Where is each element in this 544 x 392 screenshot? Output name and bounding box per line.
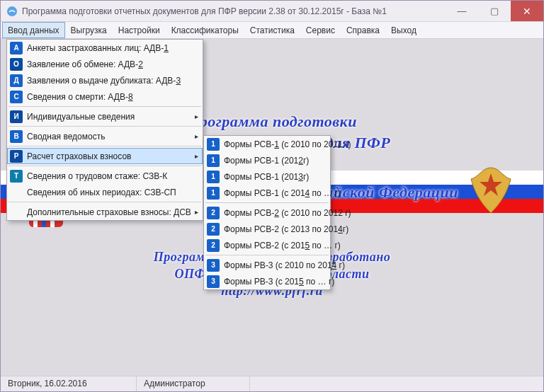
menu-item[interactable]: ССведения о смерти: АДВ-8 bbox=[7, 88, 203, 105]
menu-separator bbox=[205, 255, 329, 255]
menu-item-label: Заявления о выдаче дубликата: АДВ-3 bbox=[27, 76, 190, 86]
menu-item-icon: 1 bbox=[207, 138, 220, 151]
maximize-button[interactable]: ▢ bbox=[478, 1, 511, 21]
window-controls: — ▢ ✕ bbox=[446, 1, 543, 21]
submenu-item[interactable]: 3Формы РВ-3 (с 2015 по … г) bbox=[204, 273, 330, 289]
submenu-item[interactable]: 1Формы РСВ-1 (2013г) bbox=[204, 168, 330, 185]
menu-separator bbox=[8, 146, 201, 146]
menu-item-label: Формы РСВ-2 (с 2013 по 2014г) bbox=[224, 224, 348, 234]
menu-item-label: Индивидуальные сведения bbox=[27, 112, 190, 122]
menu-item-label: Сведения об иных периодах: СЗВ-СП bbox=[27, 188, 190, 197]
menu-item-icon: 3 bbox=[207, 275, 220, 288]
menu-item[interactable]: ИИндивидуальные сведения▸ bbox=[7, 108, 203, 125]
submenu-arrow-icon: ▸ bbox=[195, 208, 198, 216]
status-date: Вторник, 16.02.2016 bbox=[1, 376, 137, 391]
menu-статистика[interactable]: Статистика bbox=[244, 22, 300, 38]
menu-item-icon bbox=[10, 206, 23, 219]
menu-item-label: Дополнительные страховые взносы: ДСВ bbox=[27, 207, 191, 217]
menu-item-label: Заявление об обмене: АДВ-2 bbox=[27, 59, 190, 69]
menu-item-icon: И bbox=[10, 110, 23, 123]
close-button[interactable]: ✕ bbox=[511, 1, 543, 21]
menu-item-icon: А bbox=[10, 42, 23, 54]
menu-item-label: Сводная ведомость bbox=[27, 132, 190, 142]
submenu-item[interactable]: 1Формы РСВ-1 (с 2014 по … г) bbox=[204, 185, 330, 201]
menu-item-label: Сведения о смерти: АДВ-8 bbox=[27, 92, 190, 102]
menu-item[interactable]: Сведения об иных периодах: СЗВ-СП bbox=[7, 184, 203, 200]
menu-item-label: Формы РСВ-1 (2012г) bbox=[224, 156, 317, 166]
menu-item-label: Расчет страховых взносов bbox=[27, 151, 190, 161]
menu-item-icon: 1 bbox=[207, 154, 220, 167]
menubar: Ввод данныхВыгрузкаНастройкиКлассификато… bbox=[1, 22, 543, 39]
menu-separator bbox=[8, 202, 201, 202]
submenu-arrow-icon: ▸ bbox=[195, 132, 198, 140]
menu-item-icon: Т bbox=[10, 170, 23, 183]
menu-separator bbox=[8, 166, 201, 166]
client-area: Программа подготовки отчетных документов… bbox=[1, 39, 543, 376]
menu-item-icon: 2 bbox=[207, 223, 220, 236]
submenu-item[interactable]: 2Формы РСВ-2 (с 2010 по 2012 г) bbox=[204, 204, 330, 221]
menu-выгрузка[interactable]: Выгрузка bbox=[65, 22, 113, 38]
status-empty bbox=[250, 376, 543, 391]
menu-item-icon: Р bbox=[10, 150, 23, 163]
menu-item-label: Формы РСВ-1 (2013г) bbox=[224, 172, 317, 182]
submenu-item[interactable]: 2Формы РСВ-2 (с 2013 по 2014г) bbox=[204, 221, 330, 237]
menu-item-label: Формы РВ-3 (с 2015 по … г) bbox=[224, 277, 334, 287]
menu-item-label: Формы РСВ-2 (с 2015 по … г) bbox=[224, 241, 341, 250]
menu-ввод-данных[interactable]: Ввод данных bbox=[2, 22, 65, 38]
menu-item-icon: Д bbox=[10, 74, 23, 87]
submenu-item[interactable]: 3Формы РВ-3 (с 2010 по 2014 г) bbox=[204, 257, 330, 273]
svg-point-0 bbox=[7, 6, 17, 16]
menu-separator bbox=[8, 126, 201, 127]
menu-item-icon: 1 bbox=[207, 171, 220, 183]
statusbar: Вторник, 16.02.2016 Администратор bbox=[1, 376, 543, 391]
menu-item[interactable]: ААнкеты застрахованных лиц: АДВ-1 bbox=[7, 40, 203, 56]
submenu-item[interactable]: 2Формы РСВ-2 (с 2015 по … г) bbox=[204, 237, 330, 253]
dropdown-submenu: 1Формы РСВ-1 (с 2010 по 2011 г)1Формы РС… bbox=[203, 135, 331, 290]
menu-item[interactable]: ТСведения о трудовом стаже: СЗВ-К bbox=[7, 168, 203, 184]
menu-item[interactable]: Дополнительные страховые взносы: ДСВ▸ bbox=[7, 204, 203, 220]
menu-item[interactable]: ДЗаявления о выдаче дубликата: АДВ-3 bbox=[7, 72, 203, 88]
menu-item[interactable]: ОЗаявление об обмене: АДВ-2 bbox=[7, 56, 203, 72]
menu-выход[interactable]: Выход bbox=[385, 22, 422, 38]
menu-item-icon: 3 bbox=[207, 259, 220, 272]
dropdown-main: ААнкеты застрахованных лиц: АДВ-1ОЗаявле… bbox=[6, 39, 203, 221]
submenu-item[interactable]: 1Формы РСВ-1 (2012г) bbox=[204, 152, 330, 168]
menu-item-icon: 1 bbox=[207, 187, 220, 200]
menu-item-icon bbox=[10, 186, 23, 199]
submenu-arrow-icon: ▸ bbox=[195, 113, 198, 120]
menu-item-label: Сведения о трудовом стаже: СЗВ-К bbox=[27, 171, 190, 181]
menu-сервис[interactable]: Сервис bbox=[300, 22, 341, 38]
menu-справка[interactable]: Справка bbox=[341, 22, 385, 38]
menu-item-label: Формы РСВ-2 (с 2010 по 2012 г) bbox=[224, 208, 351, 218]
status-user: Администратор bbox=[137, 376, 250, 391]
menu-item-icon: 2 bbox=[207, 239, 220, 252]
menu-item-label: Формы РСВ-1 (с 2014 по … г) bbox=[224, 188, 341, 198]
app-icon bbox=[6, 6, 18, 17]
menu-item-icon: В bbox=[10, 130, 23, 143]
menu-настройки[interactable]: Настройки bbox=[113, 22, 166, 38]
menu-separator bbox=[205, 202, 329, 203]
menu-классификаторы[interactable]: Классификаторы bbox=[166, 22, 244, 38]
menu-item-label: Анкеты застрахованных лиц: АДВ-1 bbox=[27, 43, 190, 53]
menu-item-label: Формы РСВ-1 (с 2010 по 2011 г) bbox=[224, 139, 351, 149]
menu-item-label: Формы РВ-3 (с 2010 по 2014 г) bbox=[224, 260, 345, 270]
menu-item[interactable]: РРасчет страховых взносов▸ bbox=[7, 148, 203, 164]
window-title: Программа подготовки отчетных документов… bbox=[22, 6, 446, 16]
minimize-button[interactable]: — bbox=[446, 1, 478, 21]
app-window: Программа подготовки отчетных документов… bbox=[0, 0, 544, 392]
titlebar[interactable]: Программа подготовки отчетных документов… bbox=[1, 1, 543, 22]
submenu-arrow-icon: ▸ bbox=[195, 152, 198, 160]
menu-separator bbox=[8, 106, 201, 107]
submenu-item[interactable]: 1Формы РСВ-1 (с 2010 по 2011 г) bbox=[204, 136, 330, 152]
menu-item-icon: О bbox=[10, 58, 23, 71]
menu-item-icon: С bbox=[10, 91, 23, 103]
menu-item[interactable]: ВСводная ведомость▸ bbox=[7, 128, 203, 144]
menu-item-icon: 2 bbox=[207, 207, 220, 219]
